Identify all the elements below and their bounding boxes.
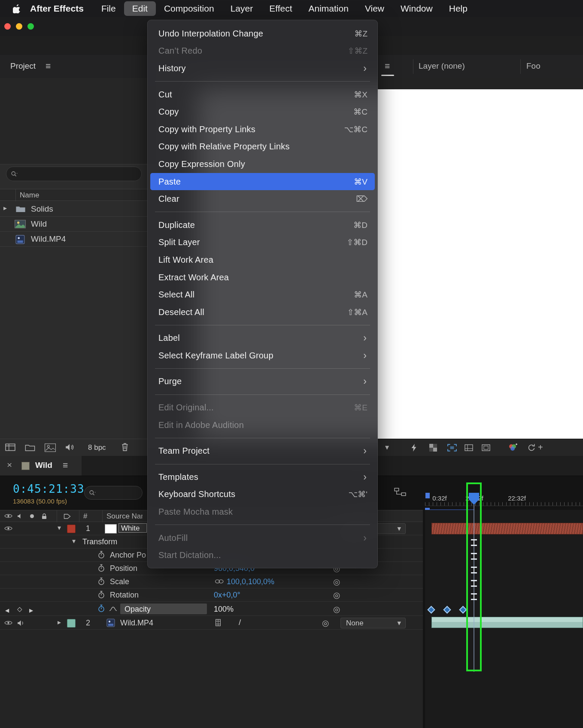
property-value[interactable]: 0x+0,0° [214, 591, 240, 600]
menubar-item-view[interactable]: View [357, 1, 392, 16]
menu-item-split-layer[interactable]: Split Layer⇧⌘D [150, 234, 375, 252]
timeline-search-box[interactable] [84, 486, 143, 500]
audio-icon[interactable] [17, 620, 24, 626]
menu-item-copy[interactable]: Copy⌘C [150, 103, 375, 121]
project-name-column-header[interactable]: Name [0, 189, 148, 201]
property-name[interactable]: Opacity [124, 605, 151, 614]
frame-icon[interactable] [482, 444, 490, 452]
viewer-panel-menu-icon[interactable] [385, 61, 390, 71]
menu-item-deselect-all[interactable]: Deselect All⇧⌘A [150, 303, 375, 321]
menu-item-paste[interactable]: Paste⌘V [150, 173, 375, 191]
layer-2-duration-bar[interactable] [431, 617, 583, 628]
quality-icon[interactable] [239, 618, 241, 627]
new-composition-icon[interactable] [45, 443, 56, 452]
project-item-wild[interactable]: Wild [0, 217, 148, 232]
next-keyframe-icon[interactable] [29, 605, 33, 614]
layer-expand-icon[interactable] [58, 618, 61, 626]
app-name[interactable]: After Effects [25, 3, 93, 14]
property-value[interactable]: 100% [214, 605, 234, 614]
property-name[interactable]: Position [110, 564, 146, 573]
timeline-menu-icon[interactable] [63, 460, 68, 470]
menu-item-undo-interpolation-change[interactable]: Undo Interpolation Change⌘Z [150, 25, 375, 42]
frame-blend-icon[interactable] [215, 619, 222, 626]
audio-icon[interactable] [65, 443, 74, 451]
menu-item-copy-with-relative-property-links[interactable]: Copy with Relative Property Links [150, 138, 375, 156]
color-management-icon[interactable] [508, 443, 517, 452]
add-icon[interactable]: + [538, 443, 543, 452]
fast-previews-icon[interactable] [410, 443, 418, 452]
menubar-item-window[interactable]: Window [392, 1, 441, 16]
timeline-search-input[interactable] [97, 488, 136, 497]
project-search-box[interactable] [6, 167, 142, 181]
add-keyframe-icon[interactable] [17, 604, 22, 613]
menubar-item-layer[interactable]: Layer [222, 1, 261, 16]
bit-depth-button[interactable]: 8 bpc [88, 443, 106, 452]
menu-item-copy-expression-only[interactable]: Copy Expression Only [150, 155, 375, 173]
project-item-wild-mp4[interactable]: Wild.MP4 [0, 232, 148, 247]
property-row-scale[interactable]: Scale 100,0,100,0% [0, 575, 423, 588]
menubar-item-effect[interactable]: Effect [261, 1, 300, 16]
menu-item-keyboard-shortcuts[interactable]: Keyboard Shortcuts⌥⌘' [150, 486, 375, 504]
menu-item-history[interactable]: History [150, 60, 375, 77]
expression-icon[interactable] [333, 604, 340, 614]
menu-item-lift-work-area[interactable]: Lift Work Area [150, 251, 375, 269]
parent-dropdown[interactable]: None [340, 618, 406, 628]
layer-label-color-swatch[interactable] [67, 619, 76, 628]
eye-icon[interactable] [4, 620, 12, 625]
work-area-marker[interactable] [425, 493, 430, 498]
disclosure-icon[interactable] [3, 204, 7, 212]
menubar-item-animation[interactable]: Animation [300, 1, 356, 16]
stopwatch-icon[interactable] [98, 564, 105, 572]
expression-icon[interactable] [333, 590, 340, 600]
menu-item-purge[interactable]: Purge [150, 373, 375, 391]
trash-icon[interactable] [121, 443, 129, 451]
layer-label-color-swatch[interactable] [67, 525, 76, 533]
expression-icon[interactable] [333, 577, 340, 587]
stopwatch-icon-active[interactable] [98, 604, 105, 613]
menu-item-cut[interactable]: Cut⌘X [150, 86, 375, 103]
menubar-item-edit[interactable]: Edit [124, 1, 156, 16]
layer-expand-icon[interactable] [58, 524, 61, 532]
layer-row-2[interactable]: 2 Wild.MP4 None [0, 616, 423, 630]
project-panel-tab[interactable]: Project [10, 61, 36, 71]
property-name[interactable]: Anchor Point [110, 551, 146, 560]
zoom-window-button[interactable] [27, 23, 34, 30]
stopwatch-icon[interactable] [98, 591, 105, 599]
menu-item-templates[interactable]: Templates [150, 468, 375, 486]
expression-icon[interactable] [322, 618, 329, 628]
timeline-tab-wild[interactable]: Wild [0, 456, 82, 476]
stopwatch-icon[interactable] [98, 577, 105, 585]
menubar-item-file[interactable]: File [93, 1, 124, 16]
project-item-solids[interactable]: Solids [0, 202, 148, 217]
menu-item-select-keyframe-label-group[interactable]: Select Keyframe Label Group [150, 347, 375, 364]
current-timecode[interactable]: 0:45:21:33 [13, 482, 85, 495]
project-search-input[interactable] [18, 170, 112, 178]
layer-name[interactable]: Wild.MP4 [120, 619, 153, 628]
property-row-rotation[interactable]: Rotation 0x+0,0° [0, 588, 423, 602]
menu-item-clear[interactable]: Clear⌦ [150, 190, 375, 208]
source-name-column-header[interactable]: Source Name [106, 512, 143, 521]
region-of-interest-icon[interactable] [447, 444, 457, 452]
stopwatch-icon[interactable] [98, 551, 105, 559]
layer-name[interactable]: White [118, 523, 147, 533]
project-panel-view-icon[interactable] [5, 443, 15, 451]
menu-item-team-project[interactable]: Team Project [150, 442, 375, 460]
magnification-dropdown-icon[interactable] [385, 443, 389, 452]
menu-item-select-all[interactable]: Select All⌘A [150, 286, 375, 303]
composition-mini-flowchart-icon[interactable] [394, 488, 406, 496]
property-name[interactable]: Scale [110, 577, 146, 586]
transparency-grid-icon[interactable] [429, 444, 437, 452]
graph-editor-icon[interactable] [109, 606, 117, 612]
viewer-tab-footage[interactable]: Foo [526, 61, 540, 71]
layer-1-duration-bar[interactable] [431, 523, 583, 534]
refresh-icon[interactable] [527, 443, 536, 452]
close-tab-icon[interactable] [7, 460, 12, 470]
solid-color-swatch[interactable] [105, 524, 117, 534]
menu-item-copy-with-property-links[interactable]: Copy with Property Links⌥⌘C [150, 121, 375, 138]
menu-item-duplicate[interactable]: Duplicate⌘D [150, 216, 375, 234]
menu-item-extract-work-area[interactable]: Extract Work Area [150, 269, 375, 286]
apple-menu-icon[interactable] [13, 4, 21, 13]
new-folder-icon[interactable] [25, 444, 35, 451]
menubar-item-help[interactable]: Help [441, 1, 476, 16]
eye-icon[interactable] [4, 526, 12, 531]
